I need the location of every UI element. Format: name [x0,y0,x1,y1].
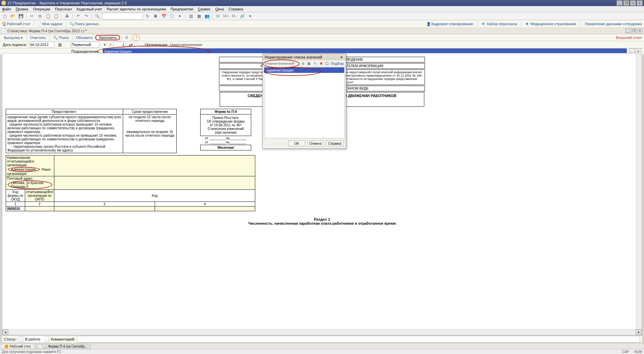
settings-icon[interactable]: ⚙ [123,34,130,41]
ot1: от _________№_________ [200,136,251,140]
undo-icon[interactable]: ↶ [75,13,82,19]
num-input[interactable] [113,42,125,48]
nav-datamgmt[interactable]: Управление данными сотрудника [585,22,642,26]
external-report-link[interactable]: Внешний отчет [616,36,642,40]
code4-val[interactable] [155,207,255,211]
menu-personnel[interactable]: Персонал [55,7,72,11]
desk-tab-icon: 🟠 [4,345,8,348]
pick-link[interactable]: Подбор [331,61,344,65]
dialog-title-bar: Редактирование списка значений × [263,54,346,60]
dialog-ok-button[interactable]: OK [288,140,305,146]
paste2-icon[interactable]: 📋 [53,13,59,19]
okpo-val[interactable] [25,207,54,211]
menu-windows[interactable]: Окна [215,7,224,11]
tab-max-button[interactable]: ❐ [631,28,637,34]
dialog-toolbar: Список значений: ⊕ ⧉ ✎ ✖ ☐ Подбор [263,60,346,67]
search2-icon: 🔍 [69,22,73,26]
dropdown-icon[interactable]: ▾ [176,13,183,19]
report1-icon[interactable]: ▤ [187,13,194,19]
menu-help[interactable]: Справка [229,7,243,11]
dialog-list[interactable]: Администрация [264,67,344,138]
redo-icon[interactable]: ↷ [83,13,90,19]
menu-payroll[interactable]: Расчет зарплаты по организациям [107,7,166,11]
people-icon[interactable]: 👥 [204,13,210,19]
num-spinner-icon[interactable]: ▴▾ [127,41,134,48]
save-icon[interactable]: 💾 [17,13,24,19]
refresh-tb-icon[interactable]: ↻ [144,13,151,19]
menu-file[interactable]: Файл [2,7,11,11]
scroll-right-button[interactable]: ▸ [636,329,642,335]
search-combo[interactable] [102,13,143,19]
report2-icon[interactable]: ▦ [196,13,202,19]
status-icon: 📄 [20,337,24,342]
fill-button[interactable]: Заполнить [95,35,120,40]
num-indicator: NUM [634,350,642,354]
menu-enterprise[interactable]: Предприятие [171,7,194,11]
clear-button[interactable]: Очистить [28,35,48,40]
tab-min-button[interactable]: _ [625,28,631,34]
date-picker-icon[interactable]: ▦ [56,41,63,48]
nav-recruit[interactable]: ✚Набор персонала [482,22,517,26]
print-icon[interactable]: 🖶 [64,13,70,19]
tab-close-button[interactable]: × [637,28,643,34]
menu-ops[interactable]: Операции [33,7,50,11]
menu-service[interactable]: Сервис [198,7,211,11]
nav-med[interactable]: ✚Медицинское страхование [526,22,576,26]
med-icon: ✚ [526,22,530,26]
open-icon[interactable]: 📂 [9,13,16,19]
nav-mytasks[interactable]: 📄Мои задачи [37,22,62,26]
close-button[interactable]: × [637,0,643,6]
comment-input[interactable] [77,336,640,343]
copy-row-icon[interactable]: ⧉ [307,61,311,66]
type-combo[interactable] [70,42,99,48]
vertical-scrollbar[interactable] [636,53,642,329]
help-tb-icon[interactable]: ⓘ [168,13,175,19]
status-input[interactable] [24,336,44,342]
mminus-icon[interactable]: M- [231,13,237,19]
edit-icon[interactable]: ✎ [313,61,317,66]
code3-val[interactable] [54,207,155,211]
tasktab-form[interactable]: 📄...: Форма П-4 (за Сентябр... [35,344,91,349]
new-icon[interactable]: ▢ [1,13,8,19]
add-icon[interactable]: ⊕ [301,61,305,66]
minimize-button[interactable]: _ [616,0,623,6]
search-button[interactable]: 🔍 Поиск [51,35,71,40]
m-icon[interactable]: M [215,13,221,19]
paste-icon[interactable]: 📋 [45,13,51,19]
menu-edit[interactable]: Правка [16,7,28,11]
list-item[interactable]: Администрация [264,68,344,73]
calendar-icon[interactable]: 📅 [160,13,167,19]
check-icon[interactable]: ☐ [325,61,329,66]
sign-date-input[interactable] [29,42,54,48]
menu-hr[interactable]: Кадровый учет [76,7,102,11]
search-icon[interactable]: 🔍 [94,13,101,19]
dialog-cancel-button[interactable]: Отмена [307,140,324,146]
cut-icon[interactable]: ✂ [29,13,35,19]
form-order: Приказ Росстата: Об утверждении формы от… [201,115,251,136]
nav-desktop[interactable]: 🏠Рабочий стол [2,22,30,26]
scroll-left-button[interactable]: ◂ [2,329,8,335]
calc-icon[interactable]: 🖩 [152,13,159,19]
nav-search[interactable]: 🔍Поиск данных... [69,22,102,26]
delete-icon[interactable]: ✖ [319,61,323,66]
links-icon[interactable]: 🔗 [239,13,246,19]
nav-plan[interactable]: 👤Кадровое планирование [426,22,473,26]
provide-text: юридические лица (кроме субъектов малого… [6,115,123,153]
refresh-button[interactable]: Обновить [74,35,95,40]
horizontal-scrollbar[interactable]: ◂ ▸ [2,329,642,335]
doc-icon: 📄 [1,29,6,33]
copy-icon[interactable]: ⧉ [37,13,43,19]
dropdown2-icon[interactable]: ▾ [247,13,254,19]
form-no: Форма № П-4 [201,109,251,115]
status-pick-button[interactable]: … [44,337,48,341]
maximize-button[interactable]: □ [630,0,636,6]
dialog-close-button[interactable]: × [339,55,344,59]
status-row: Статус: 📄 … Комментарий: [2,336,642,343]
export-button[interactable]: Выгрузка ▾ [2,35,25,40]
mplus-icon[interactable]: M+ [223,13,229,19]
dialog-help-button[interactable]: Справка [326,140,344,146]
type-dropdown-icon[interactable]: ▾ [101,41,108,48]
restore-button[interactable]: ❐ [623,0,629,6]
tasktab-desktop[interactable]: 🟠Рабочий стол [1,344,34,349]
help-q-icon[interactable]: ? [133,34,140,41]
